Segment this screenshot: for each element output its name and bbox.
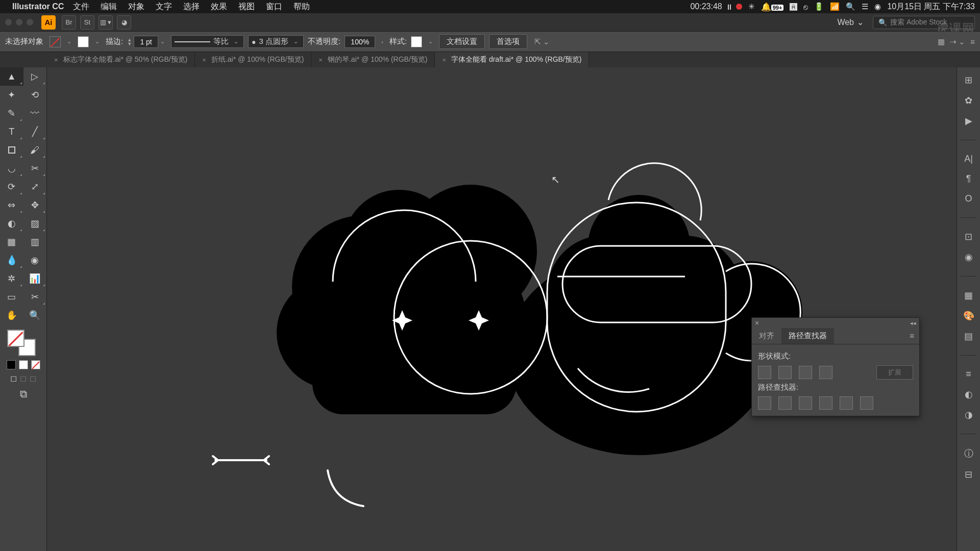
merge-button[interactable] bbox=[799, 396, 812, 410]
brush-definition[interactable]: ● 3 点圆形 ⌄ bbox=[248, 35, 304, 48]
menu-edit[interactable]: 编辑 bbox=[101, 2, 117, 12]
record-icon[interactable] bbox=[736, 4, 742, 10]
shape-builder-tool[interactable]: ◐ bbox=[0, 214, 23, 233]
paragraph-panel-icon[interactable]: ¶ bbox=[966, 173, 971, 184]
draw-inside-icon[interactable]: ◻ bbox=[30, 373, 36, 383]
intersect-button[interactable] bbox=[799, 366, 812, 379]
menu-type[interactable]: 文字 bbox=[156, 2, 172, 12]
transform-panel-icon[interactable]: ▦ bbox=[938, 37, 945, 46]
bridge-icon[interactable]: Br bbox=[62, 15, 76, 30]
clock[interactable]: 10月15日 周五 下午7:33 bbox=[887, 2, 975, 12]
rectangle-tool[interactable] bbox=[0, 141, 23, 159]
menu-effect[interactable]: 效果 bbox=[211, 2, 227, 12]
css-panel-icon[interactable]: ✿ bbox=[965, 95, 972, 106]
column-graph-tool[interactable]: 📊 bbox=[23, 269, 47, 288]
close-tab-icon[interactable]: × bbox=[202, 56, 206, 64]
symbol-sprayer-tool[interactable]: ✲ bbox=[0, 269, 23, 288]
trim-button[interactable] bbox=[778, 396, 792, 410]
transform-panel-icon[interactable]: ⊡ bbox=[965, 231, 972, 242]
lasso-tool[interactable]: ⟲ bbox=[23, 86, 47, 104]
menu-window[interactable]: 窗口 bbox=[266, 2, 282, 12]
curvature-tool[interactable]: 〰 bbox=[23, 104, 47, 122]
menu-object[interactable]: 对象 bbox=[128, 2, 144, 12]
stroke-weight-stepper[interactable]: ▲▼ ⌄ bbox=[127, 36, 167, 48]
line-segment-tool[interactable]: ╱ bbox=[23, 122, 47, 141]
notification-bell[interactable]: 🔔99+ bbox=[761, 2, 784, 12]
swatches-panel-icon[interactable]: ▦ bbox=[964, 290, 973, 301]
fill-color[interactable] bbox=[7, 330, 24, 347]
transparency-panel-icon[interactable]: ◐ bbox=[965, 389, 973, 400]
close-panel-icon[interactable]: × bbox=[755, 319, 759, 327]
type-tool[interactable]: T bbox=[0, 122, 23, 141]
document-tab[interactable]: ×标志字体全能看.ai* @ 50% (RGB/预览) bbox=[47, 52, 195, 67]
stroke-dropdown[interactable]: ⌄ bbox=[93, 38, 102, 45]
eraser-tool[interactable]: ✂ bbox=[23, 159, 47, 178]
menu-view[interactable]: 视图 bbox=[238, 2, 255, 12]
screen-timer[interactable]: 00:23:48 ⏸ bbox=[690, 2, 742, 11]
opentype-panel-icon[interactable]: O bbox=[965, 193, 972, 204]
divide-button[interactable] bbox=[758, 396, 771, 410]
opacity-dropdown[interactable]: › bbox=[379, 39, 385, 45]
actions-panel-icon[interactable]: ▶ bbox=[965, 115, 972, 127]
slice-tool[interactable]: ✂ bbox=[23, 288, 47, 306]
spotlight-icon[interactable]: 🔍 bbox=[846, 2, 855, 11]
selection-tool[interactable]: ▲ bbox=[0, 67, 23, 86]
minus-front-button[interactable] bbox=[778, 366, 792, 379]
free-transform-tool[interactable]: ✥ bbox=[23, 196, 47, 214]
gradient-panel-icon[interactable]: ▤ bbox=[964, 331, 973, 342]
properties-panel-icon[interactable]: ⊞ bbox=[965, 74, 972, 86]
preferences-button[interactable]: 首选项 bbox=[489, 34, 527, 49]
character-panel-icon[interactable]: A| bbox=[964, 154, 973, 164]
arrange-documents-icon[interactable]: ▥ ▾ bbox=[99, 15, 113, 30]
menu-select[interactable]: 选择 bbox=[183, 2, 200, 12]
align-panel-icon[interactable]: ◉ bbox=[965, 252, 973, 263]
minus-back-button[interactable] bbox=[860, 396, 873, 410]
close-tab-icon[interactable]: × bbox=[318, 56, 323, 64]
artboard-tool[interactable]: ▭ bbox=[0, 288, 23, 306]
bluetooth-icon[interactable]: ⎋ bbox=[803, 3, 808, 11]
fill-dropdown[interactable]: ⌄ bbox=[65, 38, 74, 45]
close-tab-icon[interactable]: × bbox=[54, 56, 58, 64]
stroke-swatch[interactable] bbox=[78, 36, 89, 47]
stroke-weight-dropdown[interactable]: ⌄ bbox=[158, 38, 167, 45]
battery-icon[interactable]: 🔋 bbox=[814, 2, 824, 11]
scale-tool[interactable]: ⤢ bbox=[23, 178, 47, 196]
document-tab[interactable]: ×字体全能看 draft.ai* @ 100% (RGB/预览) bbox=[435, 52, 589, 67]
gradient-mode-icon[interactable] bbox=[19, 360, 28, 369]
magic-wand-tool[interactable]: ✦ bbox=[0, 86, 23, 104]
workspace-switcher[interactable]: Web ⌄ bbox=[833, 16, 868, 28]
paintbrush-tool[interactable]: 🖌 bbox=[23, 141, 47, 159]
eyedropper-tool[interactable]: 💧 bbox=[0, 251, 23, 269]
menu-help[interactable]: 帮助 bbox=[293, 2, 310, 12]
mesh-tool[interactable]: ▦ bbox=[0, 233, 23, 251]
close-tab-icon[interactable]: × bbox=[442, 56, 446, 64]
style-dropdown[interactable]: ⌄ bbox=[426, 38, 435, 45]
pause-icon[interactable]: ⏸ bbox=[725, 3, 733, 11]
stroke-panel-icon[interactable]: ≡ bbox=[966, 369, 971, 380]
shaper-tool[interactable]: ◡ bbox=[0, 159, 23, 178]
collapse-panel-icon[interactable]: ◂◂ bbox=[910, 320, 916, 327]
align-panel-icon[interactable]: ⇢ ⌄ bbox=[950, 37, 965, 46]
menu-file[interactable]: 文件 bbox=[73, 2, 89, 12]
draw-behind-icon[interactable]: ◻ bbox=[20, 373, 27, 383]
color-mode-icon[interactable] bbox=[7, 360, 16, 369]
panel-menu-icon[interactable]: ≡ bbox=[904, 328, 919, 344]
canvas[interactable]: ↖ × ◂◂ 对齐 路径查找器 ≡ 形状模式: 扩展 路径查找器: bbox=[47, 67, 957, 551]
gpu-preview-icon[interactable]: ◕ bbox=[117, 15, 131, 30]
zoom-tool[interactable]: 🔍 bbox=[23, 306, 47, 324]
blend-tool[interactable]: ◉ bbox=[23, 251, 47, 269]
fill-swatch[interactable] bbox=[50, 36, 61, 47]
stock-icon[interactable]: St bbox=[80, 15, 94, 30]
siri-icon[interactable]: ◉ bbox=[874, 2, 881, 11]
screen-mode-icon[interactable]: ⧉ bbox=[20, 388, 27, 400]
direct-selection-tool[interactable]: ▷ bbox=[23, 67, 47, 86]
color-panel-icon[interactable]: 🎨 bbox=[963, 310, 974, 321]
unite-button[interactable] bbox=[758, 366, 771, 379]
info-panel-icon[interactable]: ⓘ bbox=[964, 447, 973, 460]
document-tab[interactable]: ×折纸.ai* @ 100% (RGB/预览) bbox=[195, 52, 311, 67]
pen-tool[interactable]: ✎ bbox=[0, 104, 23, 122]
pathfinder-tab[interactable]: 路径查找器 bbox=[781, 328, 834, 344]
pathfinder-panel-icon[interactable]: ⊟ bbox=[965, 469, 972, 480]
hand-tool[interactable]: ✋ bbox=[0, 306, 23, 324]
crop-button[interactable] bbox=[819, 396, 832, 410]
